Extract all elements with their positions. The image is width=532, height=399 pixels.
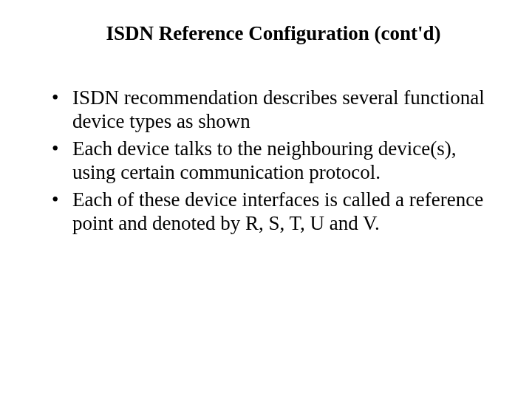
slide-title: ISDN Reference Configuration (cont'd) xyxy=(37,22,488,45)
list-item: Each device talks to the neighbouring de… xyxy=(52,137,488,185)
list-item: ISDN recommendation describes several fu… xyxy=(52,86,488,134)
list-item: Each of these device interfaces is calle… xyxy=(52,188,488,236)
bullet-list: ISDN recommendation describes several fu… xyxy=(37,86,488,235)
